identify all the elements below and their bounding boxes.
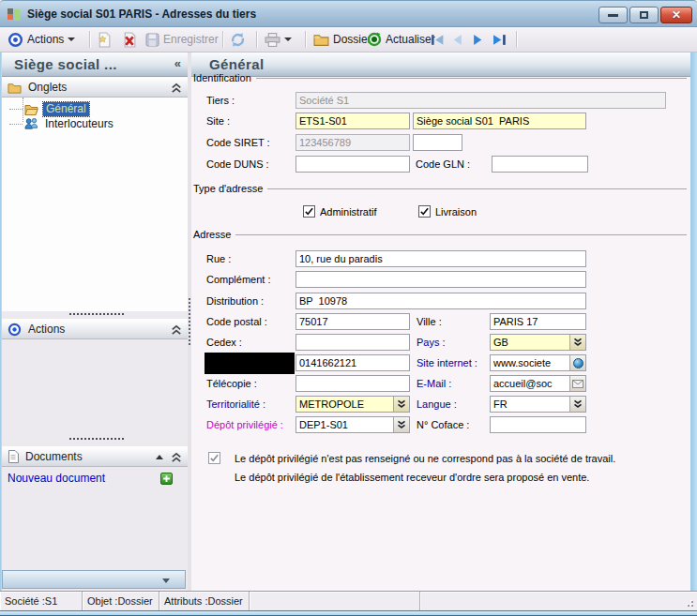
group-identification: Identification [193, 71, 687, 84]
minimize-button[interactable] [599, 7, 628, 23]
complement-label: Complément : [206, 271, 270, 288]
distribution-field[interactable] [295, 293, 586, 309]
nav-first-button [428, 30, 447, 49]
pays-label: Pays : [417, 334, 446, 351]
status-objet: Objet :Dossier [83, 592, 159, 610]
refresh-icon [230, 32, 246, 48]
collapse-up-icon[interactable] [171, 324, 182, 336]
code-gln-field[interactable] [492, 156, 588, 173]
group-type-adresse: Type d'adresse [193, 182, 687, 195]
onglets-tree: Général Interlocuteurs [2, 98, 188, 311]
delete-icon [122, 32, 137, 48]
site-name-field[interactable] [413, 113, 586, 129]
group-adresse: Adresse [193, 228, 687, 241]
administratif-checkbox[interactable] [303, 205, 315, 218]
site-code-field[interactable] [295, 113, 410, 129]
depot-note-line1: Le dépôt privilégié n'est pas renseigné … [235, 453, 615, 464]
send-email-button[interactable] [569, 376, 585, 391]
langue-label: Langue : [417, 396, 457, 413]
onglets-title: Onglets [28, 81, 67, 94]
window-bottom-border [0, 610, 697, 616]
telecopie-field[interactable] [295, 375, 410, 392]
minimize-icon [608, 14, 618, 17]
actions-section-header[interactable]: Actions [2, 319, 188, 339]
territorialite-label: Territorialité : [206, 396, 265, 413]
group-line [267, 188, 687, 189]
left-panel-header: Siège social ... « [2, 53, 188, 77]
tree-item-label: Général [43, 102, 89, 116]
lookup-icon [397, 399, 406, 409]
panel-footer-bar[interactable] [2, 570, 186, 589]
code-duns-field[interactable] [295, 156, 410, 173]
telecopie-label: Télécopie : [206, 375, 257, 392]
langue-lookup-button[interactable] [569, 397, 585, 412]
group-label: Identification [193, 72, 256, 83]
email-label: E-Mail : [417, 375, 451, 392]
rue-field[interactable] [295, 250, 586, 267]
livraison-checkbox[interactable] [418, 205, 431, 218]
site-label: Site : [206, 113, 230, 129]
collapse-panel-button[interactable]: « [174, 56, 181, 70]
new-button[interactable] [94, 30, 114, 49]
complement-field[interactable] [295, 271, 586, 288]
collapse-up-icon[interactable] [171, 452, 182, 463]
depot-lookup-button[interactable] [393, 417, 409, 432]
new-document-link[interactable]: Nouveau document [8, 472, 105, 485]
tree-connector [9, 124, 23, 125]
delete-button[interactable] [119, 30, 140, 49]
add-document-button[interactable] [160, 473, 173, 485]
open-website-button[interactable] [569, 355, 585, 370]
refresh-button[interactable] [227, 30, 249, 49]
resize-grip[interactable] [684, 597, 693, 607]
coface-field[interactable] [490, 416, 586, 433]
territorialite-field[interactable] [296, 397, 393, 412]
status-bar: Société :S1 Objet :Dossier Attributs :Do… [0, 591, 697, 610]
site-internet-field[interactable] [491, 355, 569, 370]
administratif-label: Administratif [320, 203, 377, 220]
actions-menu-button[interactable]: Actions [5, 30, 78, 49]
rue-label: Rue : [206, 250, 231, 267]
tree-item-general[interactable]: Général [2, 101, 188, 116]
telephone-field[interactable] [295, 354, 410, 371]
email-field[interactable] [491, 376, 569, 391]
onglets-section-header[interactable]: Onglets [2, 77, 188, 98]
depot-privilegie-field[interactable] [296, 417, 393, 432]
close-button[interactable]: ✕ [660, 7, 692, 23]
folder-icon [313, 33, 329, 46]
group-label: Type d'adresse [193, 183, 267, 194]
section-splitter-handle[interactable] [69, 438, 124, 440]
code-duns-label: Code DUNS : [206, 156, 269, 173]
ville-field[interactable] [490, 313, 586, 330]
territorialite-lookup-button[interactable] [393, 397, 409, 412]
section-splitter-handle[interactable] [69, 313, 124, 315]
nav-next-button[interactable] [469, 30, 487, 49]
print-dropdown-caret-icon[interactable] [284, 38, 292, 41]
ville-label: Ville : [417, 313, 442, 330]
dropdown-caret-icon [68, 38, 75, 41]
tree-item-interlocuteurs[interactable]: Interlocuteurs [2, 116, 188, 131]
distribution-label: Distribution : [206, 293, 264, 309]
scroll-up-icon[interactable] [156, 455, 163, 459]
langue-field[interactable] [491, 397, 569, 412]
toolbar-separator [89, 31, 90, 48]
depot-privilegie-label: Dépôt privilégié : [206, 416, 283, 433]
documents-title: Documents [25, 450, 83, 463]
collapse-up-icon[interactable] [171, 83, 182, 94]
code-postal-field[interactable] [295, 313, 410, 330]
cedex-field[interactable] [295, 334, 410, 351]
actualiser-button[interactable]: Actualiser [364, 30, 438, 49]
depot-note-line2: Le dépôt privilégié de l'établissement r… [235, 472, 589, 483]
documents-section-header[interactable]: Documents [2, 446, 188, 467]
tree-item-label: Interlocuteurs [42, 117, 116, 131]
panel-splitter-handle[interactable] [189, 298, 190, 345]
cedex-label: Cedex : [206, 334, 242, 351]
window-right-border [690, 53, 697, 591]
code-siret-suffix-field[interactable] [413, 134, 462, 151]
titlebar[interactable]: Siège social S01 PARIS - Adresses du tie… [0, 0, 697, 27]
restore-button[interactable] [629, 7, 659, 23]
pays-lookup-button[interactable] [569, 335, 585, 350]
status-cell-empty [420, 592, 697, 610]
nav-last-button[interactable] [490, 30, 509, 49]
pays-field[interactable] [491, 335, 569, 350]
globe-icon [573, 358, 583, 368]
